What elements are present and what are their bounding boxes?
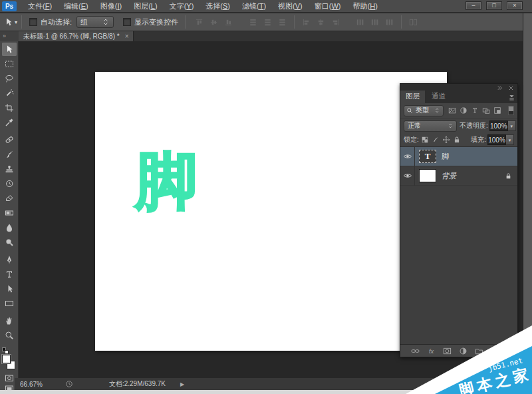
menu-窗口(W)[interactable]: 窗口(W): [309, 0, 347, 12]
panel-close-icon[interactable]: [508, 85, 514, 91]
gradient-tool[interactable]: [2, 206, 17, 220]
visibility-toggle[interactable]: [400, 166, 415, 186]
menu-编辑(E)[interactable]: 编辑(E): [58, 0, 94, 12]
auto-select-dropdown[interactable]: 组: [76, 16, 114, 28]
layer-filter-row: 类型: [400, 103, 517, 118]
align-icon-dsV: [278, 18, 287, 27]
type-tool[interactable]: [2, 268, 17, 281]
move-tool-icon: [4, 17, 13, 27]
dodge-tool[interactable]: [2, 236, 17, 249]
canvas-document[interactable]: 脚: [95, 72, 447, 351]
close-button[interactable]: ×: [507, 1, 523, 10]
filter-type-dropdown[interactable]: 类型: [404, 105, 444, 116]
status-arrow-icon[interactable]: ▶: [180, 381, 184, 387]
align-icon-alM: [209, 18, 218, 27]
zoom-level[interactable]: 66.67%: [20, 381, 43, 388]
fill-label: 填充:: [471, 135, 486, 144]
align-icon-auto: [409, 18, 418, 27]
filter-pixel-layers-icon[interactable]: [448, 106, 456, 114]
tab-channels[interactable]: 通道: [426, 91, 451, 103]
show-transform-checkbox[interactable]: [123, 18, 131, 26]
menu-bar: 文件(F)编辑(E)图像(I)图层(L)文字(Y)选择(S)滤镜(T)视图(V)…: [22, 0, 384, 12]
toolbar-collapse-button[interactable]: »: [0, 31, 19, 41]
align-icon-alT: [195, 18, 203, 27]
path-selection-tool[interactable]: [2, 282, 17, 296]
panel-menu-icon[interactable]: [508, 94, 515, 101]
align-icon-dsH: [370, 18, 379, 27]
document-tab[interactable]: 未标题-1 @ 66.7% (脚, RGB/8) * ×: [19, 31, 134, 41]
visibility-toggle[interactable]: [400, 147, 415, 166]
eraser-tool[interactable]: [2, 192, 17, 205]
align-icon-alB: [224, 18, 233, 27]
opacity-value[interactable]: 100%: [489, 120, 508, 131]
mini-swap-colors-icon[interactable]: [5, 350, 9, 354]
healing-brush-tool[interactable]: [2, 133, 17, 146]
fill-dropdown-icon[interactable]: ▾: [506, 134, 514, 145]
lock-position-icon[interactable]: [442, 136, 450, 144]
lock-all-icon[interactable]: [453, 136, 461, 144]
title-bar: Ps 文件(F)编辑(E)图像(I)图层(L)文字(Y)选择(S)滤镜(T)视图…: [0, 0, 532, 13]
pen-tool[interactable]: [2, 253, 17, 266]
crop-tool[interactable]: [2, 101, 17, 114]
quick-selection-tool[interactable]: [2, 87, 17, 100]
lock-pixels-icon[interactable]: [432, 136, 440, 144]
filter-smart-objects-icon[interactable]: [493, 106, 501, 114]
rectangle-tool[interactable]: [2, 297, 17, 310]
filter-adjustment-layers-icon[interactable]: [460, 106, 467, 114]
layer-lock-icon: [505, 172, 512, 180]
window-controls: – □ ×: [466, 1, 523, 10]
clone-stamp-tool[interactable]: [2, 162, 17, 176]
document-tab-bar: » 未标题-1 @ 66.7% (脚, RGB/8) * ×: [0, 31, 532, 41]
move-tool[interactable]: [2, 43, 17, 56]
align-icon-dsV: [263, 18, 272, 27]
menu-图像(I)[interactable]: 图像(I): [94, 0, 128, 12]
options-bar: ▾ 自动选择: 组 显示变换控件: [0, 13, 532, 31]
history-brush-tool[interactable]: [2, 177, 17, 190]
filter-type-value: 类型: [414, 106, 434, 115]
canvas-text: 脚: [135, 150, 198, 212]
auto-select-label: 自动选择:: [41, 17, 72, 27]
opacity-dropdown-icon[interactable]: ▾: [508, 120, 516, 131]
fill-value[interactable]: 100%: [487, 134, 506, 145]
lasso-tool[interactable]: [2, 72, 17, 85]
blur-tool[interactable]: [2, 221, 17, 234]
menu-滤镜(T)[interactable]: 滤镜(T): [236, 0, 272, 12]
lock-transparency-icon[interactable]: [421, 136, 429, 144]
menu-文字(Y)[interactable]: 文字(Y): [164, 0, 200, 12]
layer-list: T 脚 背景: [400, 147, 517, 344]
filter-shape-layers-icon[interactable]: [482, 106, 490, 114]
eyedropper-tool[interactable]: [2, 116, 17, 129]
document-info: 文档:2.29M/639.7K: [109, 379, 166, 389]
foreground-color-swatch[interactable]: [2, 355, 11, 363]
layer-row-background[interactable]: 背景: [400, 166, 517, 186]
zoom-tool[interactable]: [2, 329, 17, 342]
align-icon-dsH: [356, 18, 364, 27]
filter-toggle-switch[interactable]: [508, 106, 514, 115]
text-layer-thumbnail[interactable]: T: [419, 150, 436, 163]
tab-layers[interactable]: 图层: [400, 91, 425, 103]
dropdown-arrows-icon: [448, 122, 456, 129]
document-tab-close-icon[interactable]: ×: [125, 33, 129, 40]
menu-视图(V)[interactable]: 视图(V): [272, 0, 309, 12]
auto-select-checkbox[interactable]: [29, 18, 37, 26]
align-buttons: [195, 15, 418, 29]
blend-mode-dropdown[interactable]: 正常: [404, 120, 457, 132]
background-layer-thumbnail[interactable]: [419, 169, 436, 182]
brush-tool[interactable]: [2, 148, 17, 161]
maximize-button[interactable]: □: [486, 1, 502, 10]
filter-type-layers-icon[interactable]: [471, 106, 479, 114]
layer-name: 脚: [442, 152, 449, 162]
menu-帮助(H)[interactable]: 帮助(H): [347, 0, 384, 12]
menu-选择(S)[interactable]: 选择(S): [200, 0, 236, 12]
layer-row-text[interactable]: T 脚: [400, 147, 517, 166]
marquee-tool[interactable]: [2, 57, 17, 71]
eye-icon: [403, 152, 412, 161]
tool-preset-picker[interactable]: ▾: [4, 17, 17, 27]
minimize-button[interactable]: –: [466, 1, 481, 10]
align-icon-dsV: [249, 18, 257, 27]
panel-collapse-icon[interactable]: [497, 85, 503, 91]
watermark-ribbon: jb51.net 脚本之家: [399, 324, 532, 394]
hand-tool[interactable]: [2, 314, 17, 327]
menu-文件(F)[interactable]: 文件(F): [22, 0, 58, 12]
menu-图层(L)[interactable]: 图层(L): [128, 0, 163, 12]
